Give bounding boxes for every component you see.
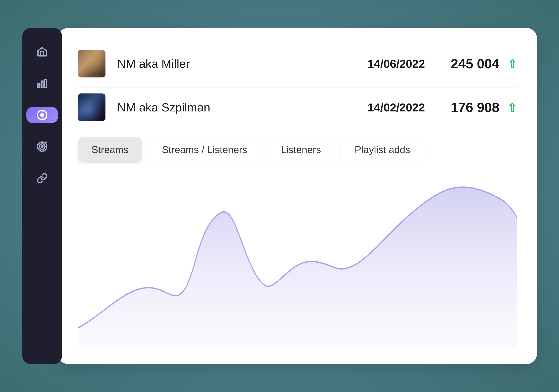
svg-point-9: [41, 146, 43, 147]
sidebar: [22, 28, 62, 364]
home-icon: [37, 46, 48, 57]
track-thumbnail-2: [78, 93, 105, 121]
tab-listeners[interactable]: Listeners: [267, 137, 335, 163]
chart-container: [78, 172, 517, 348]
trend-up-icon-2: ⇧: [507, 101, 517, 115]
track-list: NM aka Miller 14/06/2022 245 004 ⇧ NM ak…: [78, 44, 517, 127]
track-name-2: NM aka Szpilman: [117, 101, 345, 114]
sidebar-item-goals[interactable]: [34, 139, 50, 154]
sidebar-item-home[interactable]: [34, 44, 50, 60]
target-icon: [37, 141, 48, 152]
svg-rect-1: [41, 81, 43, 88]
track-streams-1: 245 004 ⇧: [448, 56, 517, 71]
chart-area: [78, 187, 517, 348]
track-date-1: 14/06/2022: [357, 57, 436, 70]
tab-streams-listeners[interactable]: Streams / Listeners: [148, 137, 261, 163]
trend-up-icon-1: ⇧: [507, 57, 517, 71]
track-streams-2: 176 908 ⇧: [448, 100, 517, 115]
link-icon: [37, 173, 48, 184]
track-thumbnail-1: [78, 50, 105, 77]
sidebar-item-music[interactable]: [26, 107, 58, 123]
disc-icon: [37, 109, 48, 121]
sidebar-item-analytics[interactable]: [34, 75, 50, 91]
track-item: NM aka Szpilman 14/02/2022 176 908 ⇧: [78, 87, 517, 127]
svg-rect-2: [44, 79, 46, 88]
main-content: NM aka Miller 14/06/2022 245 004 ⇧ NM ak…: [58, 28, 537, 364]
track-name-1: NM aka Miller: [117, 57, 345, 71]
streams-chart: [78, 172, 517, 348]
svg-rect-0: [38, 83, 40, 88]
tabs-container: Streams Streams / Listeners Listeners Pl…: [78, 137, 517, 163]
track-date-2: 14/02/2022: [357, 101, 436, 114]
tab-streams[interactable]: Streams: [78, 137, 142, 163]
track-item: NM aka Miller 14/06/2022 245 004 ⇧: [78, 44, 517, 83]
sidebar-item-links[interactable]: [34, 170, 50, 186]
svg-point-4: [41, 114, 44, 116]
bar-chart-icon: [37, 78, 48, 89]
app-container: NM aka Miller 14/06/2022 245 004 ⇧ NM ak…: [22, 28, 537, 364]
tab-playlist-adds[interactable]: Playlist adds: [341, 137, 424, 163]
